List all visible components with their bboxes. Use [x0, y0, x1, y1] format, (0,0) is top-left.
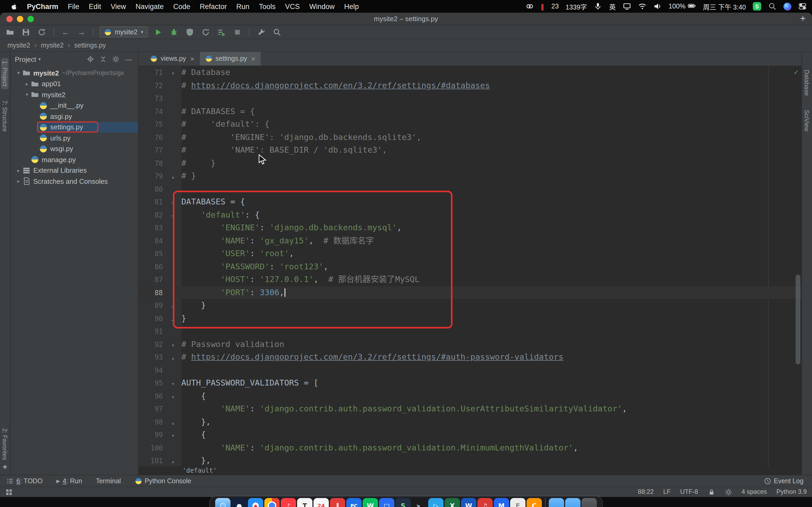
rerun-button[interactable] [200, 26, 211, 38]
close-tab-icon[interactable]: × [251, 55, 255, 63]
surge-icon[interactable]: S [753, 2, 761, 11]
menu-item-vcs[interactable]: VCS [280, 2, 305, 10]
code-line[interactable]: 83 'ENGINE': 'django.db.backends.mysql', [139, 221, 801, 234]
line-number[interactable]: 92 [139, 338, 163, 351]
tool-window-switcher-icon[interactable] [5, 488, 13, 496]
tree-item-mysite2[interactable]: ▾mysite2 [11, 89, 138, 100]
code-line[interactable]: 77# 'NAME': BASE_DIR / 'db.sqlite3', [139, 144, 801, 157]
code-line[interactable]: 76# 'ENGINE': 'django.db.backends.sqlite… [139, 131, 801, 144]
wifi-icon[interactable] [638, 2, 646, 11]
line-number[interactable]: 82 [139, 209, 163, 222]
fold-marker-icon[interactable]: ▾ [163, 67, 181, 80]
line-number[interactable]: 83 [139, 222, 163, 235]
line-number[interactable]: 74 [139, 105, 163, 118]
fold-marker-icon[interactable]: ▴ [163, 455, 181, 466]
code-line[interactable]: 99▾ { [139, 428, 801, 441]
line-number[interactable]: 86 [139, 261, 163, 274]
plus-icon[interactable]: + [800, 13, 806, 24]
tool-stripe-sciview[interactable]: SciView [804, 110, 810, 131]
menu-item-code[interactable]: Code [168, 2, 195, 10]
tree-arrow-icon[interactable]: ▸ [15, 179, 22, 184]
battery-item[interactable]: 100% [668, 2, 696, 11]
line-number[interactable]: 96 [139, 390, 163, 403]
menu-item-run[interactable]: Run [232, 2, 254, 10]
code-line[interactable]: 75# 'default': { [139, 118, 801, 131]
tool-stripe-project[interactable]: 1: Project [1, 58, 8, 89]
editor-scrollbar[interactable] [796, 275, 800, 364]
menu-item-help[interactable]: Help [339, 2, 364, 10]
tree-arrow-icon[interactable]: ▸ [23, 81, 31, 87]
tree-item-app01[interactable]: ▸app01 [11, 78, 138, 89]
pause-icon[interactable]: ‖ [541, 2, 545, 10]
indicator-gear-icon[interactable] [724, 488, 732, 496]
dock-app-do-not-disturb[interactable]: ‖ [330, 498, 345, 507]
fold-marker-icon[interactable]: ▴ [163, 313, 181, 326]
breadcrumb-item-settings.py[interactable]: settings.py [74, 42, 106, 49]
tool-window-button-terminal[interactable]: Terminal [96, 477, 121, 485]
tree-item-asgi-py[interactable]: asgi.py [11, 111, 138, 122]
run-anything-button[interactable] [216, 26, 227, 38]
link-circles-icon[interactable] [525, 2, 534, 11]
minimize-window-button[interactable] [17, 16, 23, 22]
line-number[interactable]: 98 [139, 416, 163, 429]
code-line[interactable]: 80 [139, 182, 801, 195]
dock-app-pc-manager[interactable]: PC [346, 498, 362, 507]
tool-stripe-favorites[interactable]: 2: Favorites [2, 428, 8, 460]
code-line[interactable]: 91 [139, 325, 801, 338]
tool-window-button-python-console[interactable]: Python Console [135, 477, 191, 485]
menu-item-view[interactable]: View [106, 2, 131, 10]
line-number[interactable]: 79 [139, 170, 163, 183]
fold-marker-icon[interactable]: ▾ [163, 391, 181, 403]
code-line[interactable]: 98▴ }, [139, 415, 801, 428]
line-number[interactable]: 88 [139, 286, 163, 299]
line-number[interactable]: 94 [139, 364, 163, 377]
line-number[interactable]: 77 [139, 144, 163, 157]
code-line[interactable]: 89▴ } [139, 299, 801, 312]
tool-stripe-database[interactable]: Database [804, 70, 810, 96]
weather-item[interactable]: 23 [551, 3, 559, 10]
code-line[interactable]: 88 'PORT': 3306, [139, 286, 801, 299]
line-number[interactable]: 84 [139, 235, 163, 248]
code-line[interactable]: 71▾# Database [139, 66, 801, 79]
line-number[interactable]: 101 [139, 455, 163, 466]
sync-icon[interactable] [36, 26, 48, 38]
tree-item-mysite2[interactable]: ▾mysite2 ~/PycharmProjects/gx [11, 68, 138, 78]
tool-window-button-6-todo[interactable]: 6: TODO [6, 477, 43, 485]
line-number[interactable]: 80 [139, 183, 163, 196]
input-language[interactable]: 英 [609, 1, 616, 11]
fold-marker-icon[interactable]: ▴ [163, 352, 181, 365]
fold-marker-icon[interactable]: ▾ [163, 196, 181, 209]
fold-marker-icon[interactable]: ▾ [163, 209, 181, 222]
locate-file-icon[interactable] [85, 54, 96, 64]
tree-item-settings-py[interactable]: settings.py [11, 122, 138, 132]
line-number[interactable]: 71 [139, 66, 163, 79]
line-number[interactable]: 81 [139, 196, 163, 209]
stop-button[interactable] [232, 26, 243, 38]
tree-arrow-icon[interactable]: ▸ [15, 168, 22, 173]
gear-icon[interactable] [110, 54, 121, 64]
dock-app-typora[interactable]: T [297, 498, 312, 507]
menu-item-window[interactable]: Window [305, 2, 339, 10]
code-line[interactable]: 96▾ { [139, 390, 801, 402]
caret-position[interactable]: 88:22 [638, 488, 654, 496]
dock-app-telegram[interactable]: ▷ [428, 498, 444, 507]
close-tab-icon[interactable]: × [190, 55, 194, 63]
file-encoding[interactable]: UTF-8 [680, 488, 698, 496]
tree-arrow-icon[interactable]: ▾ [15, 70, 22, 76]
line-number[interactable]: 78 [139, 157, 163, 170]
open-icon[interactable] [4, 26, 16, 38]
dock-app-notes[interactable]: E [510, 498, 525, 507]
dock-app-surge[interactable]: S [395, 498, 411, 507]
fold-marker-icon[interactable]: ▴ [163, 300, 181, 313]
code-line[interactable]: 101▴ }, [139, 454, 801, 466]
forward-icon[interactable]: → [75, 26, 87, 38]
dock-app-screen-share[interactable]: □ [379, 498, 394, 507]
code-line[interactable]: 90▴} [139, 312, 801, 325]
line-number[interactable]: 97 [139, 403, 163, 416]
fold-marker-icon[interactable]: ▾ [163, 339, 181, 352]
breadcrumb-item-mysite2[interactable]: mysite2 [7, 42, 30, 49]
run-configuration-selector[interactable]: mysite2 ▾ [99, 26, 148, 38]
code-area[interactable]: 71▾# Database72# https://docs.djangoproj… [139, 66, 801, 466]
line-number[interactable]: 90 [139, 313, 163, 325]
menubar-clock[interactable]: 周三 下午 3:40 [703, 1, 746, 11]
